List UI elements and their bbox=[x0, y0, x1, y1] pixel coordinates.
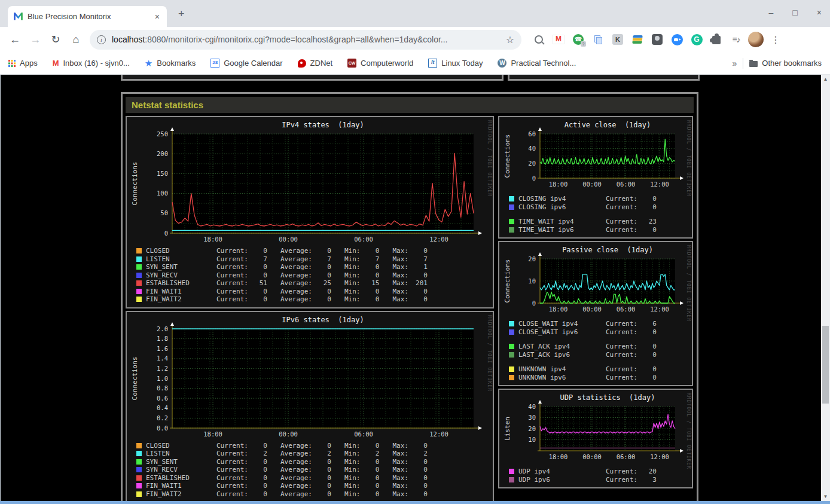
pocket-extension-icon[interactable] bbox=[648, 31, 666, 48]
new-tab-button[interactable]: + bbox=[178, 8, 185, 20]
books-extension-icon[interactable] bbox=[628, 31, 646, 48]
legend-stat-value: 0 bbox=[360, 474, 379, 482]
minimize-icon[interactable]: – bbox=[769, 4, 774, 22]
y-tick-label: 40 bbox=[528, 403, 536, 410]
legend-stat: Max:0 bbox=[392, 442, 428, 450]
page-info-icon[interactable]: i bbox=[97, 35, 106, 44]
legend-stat-key: Min: bbox=[344, 271, 361, 280]
forward-icon[interactable]: → bbox=[25, 33, 45, 46]
legend-row: SYN_SENTCurrent:0Average:0Min:0Max:0 bbox=[136, 458, 492, 466]
browser-menu-button[interactable]: ⋮ bbox=[767, 31, 785, 48]
legend-stat-value: 1 bbox=[408, 263, 428, 271]
phone-extension-icon[interactable]: ☎? bbox=[569, 31, 587, 48]
legend-stat-key: Current: bbox=[216, 279, 248, 288]
legend-label: UDP ipv4 bbox=[518, 468, 606, 476]
x-tick-label: 06:00 bbox=[617, 453, 636, 460]
profile-avatar[interactable] bbox=[747, 31, 765, 48]
x-tick-label: 18:00 bbox=[549, 181, 568, 188]
legend-label: TIME_WAIT ipv6 bbox=[518, 226, 606, 234]
legend-stat-value: 0 bbox=[248, 474, 267, 482]
legend-swatch bbox=[136, 256, 142, 262]
back-icon[interactable]: ← bbox=[5, 33, 25, 46]
grammarly-extension-icon[interactable]: G bbox=[688, 31, 706, 48]
copy-extension-icon[interactable] bbox=[589, 31, 607, 48]
bookmark-star-icon[interactable]: ☆ bbox=[506, 34, 514, 45]
gmail-extension-icon[interactable]: M bbox=[550, 31, 567, 48]
k-extension-icon[interactable]: K bbox=[609, 31, 627, 48]
bookmark-linux-today[interactable]: ltLinux Today bbox=[428, 59, 483, 68]
y-tick-label: 0.0 bbox=[157, 424, 168, 431]
legend-swatch bbox=[136, 467, 142, 472]
tab-close-icon[interactable]: × bbox=[154, 12, 161, 22]
legend-stat: Current:0 bbox=[216, 247, 267, 255]
legend-row: LISTENCurrent:7Average:7Min:7Max:7 bbox=[136, 255, 492, 264]
reload-icon[interactable]: ↻ bbox=[45, 33, 66, 46]
legend-row: ESTABLISHEDCurrent:51Average:25Min:15Max… bbox=[136, 279, 492, 288]
legend-row: LAST_ACK ipv6Current:0 bbox=[509, 351, 691, 359]
legend-stat-value: 2 bbox=[360, 450, 379, 458]
browser-tab[interactable]: Blue Precision Monitorix × bbox=[8, 6, 167, 27]
legend-stat-value: 0 bbox=[637, 374, 657, 382]
y-tick-label: 20 bbox=[528, 425, 536, 432]
legend-stat-value: 0 bbox=[408, 466, 428, 474]
legend-stat-key: Average: bbox=[280, 263, 312, 271]
scroll-up-icon[interactable]: ▲ bbox=[821, 75, 830, 84]
legend-stat-value: 0 bbox=[360, 458, 379, 466]
legend-row: FIN_WAIT1Current:0Average:0Min:0Max:0 bbox=[136, 288, 492, 296]
chart-panel-passive-close: RRDTOOL / TOBI OETIKER 0102018:0000:0006… bbox=[498, 241, 693, 386]
bookmark-google-calendar[interactable]: 28Google Calendar bbox=[210, 59, 282, 68]
x-tick-label: 00:00 bbox=[582, 306, 602, 313]
legend-stat-value: 0 bbox=[248, 263, 267, 271]
bookmarks-overflow-icon[interactable]: » bbox=[733, 59, 737, 68]
scroll-down-icon[interactable]: ▼ bbox=[821, 492, 830, 501]
bookmark-zdnet[interactable]: ZDNet bbox=[298, 59, 333, 68]
legend-stat: Current:0 bbox=[216, 295, 267, 304]
avatar bbox=[748, 32, 764, 47]
legend-row: UDP ipv4Current:20 bbox=[509, 468, 691, 476]
legend-stat-value: 0 bbox=[360, 247, 379, 255]
legend-label: LAST_ACK ipv4 bbox=[518, 343, 606, 351]
close-icon[interactable]: × bbox=[817, 4, 822, 22]
legend-label: FIN_WAIT2 bbox=[146, 490, 216, 499]
bookmark-bookmarks[interactable]: ★Bookmarks bbox=[145, 58, 196, 69]
scrollbar-thumb[interactable] bbox=[822, 326, 829, 404]
legend-swatch bbox=[509, 219, 514, 224]
legend-swatch bbox=[136, 451, 142, 456]
legend-stat: Current:0 bbox=[216, 490, 267, 499]
search-extension-icon[interactable] bbox=[530, 31, 548, 48]
legend-stat-key: Current: bbox=[606, 195, 637, 203]
legend-stat-key: Min: bbox=[344, 450, 361, 458]
legend-swatch bbox=[136, 289, 142, 294]
legend-stat-value: 0 bbox=[408, 474, 428, 482]
browser-window: Blue Precision Monitorix × + – □ × ← → ↻… bbox=[0, 0, 830, 504]
legend-stat-value: 0 bbox=[312, 458, 331, 466]
extensions-puzzle-icon[interactable] bbox=[707, 31, 725, 48]
zoom-extension-icon[interactable] bbox=[668, 31, 686, 48]
dark-badge-icon bbox=[652, 34, 663, 45]
other-bookmarks-button[interactable]: Other bookmarks bbox=[749, 59, 822, 68]
previous-section-edge-right bbox=[508, 75, 700, 81]
scrollbar[interactable]: ▲ ▼ bbox=[821, 75, 830, 501]
legend-stat-value: 0 bbox=[637, 226, 657, 234]
x-tick-label: 18:00 bbox=[203, 430, 222, 438]
legend-stat-value: 0 bbox=[248, 466, 267, 474]
legend-stat-key: Current: bbox=[216, 271, 248, 280]
chart-legend: CLOSE_WAIT ipv4Current:6CLOSE_WAIT ipv6C… bbox=[509, 320, 691, 381]
bookmark-practical-technology[interactable]: WPractical Technol... bbox=[498, 59, 576, 68]
apps-shortcut[interactable]: Apps bbox=[8, 59, 38, 68]
bookmark-computerworld[interactable]: CWComputerworld bbox=[347, 59, 413, 68]
legend-stat: Current:6 bbox=[606, 320, 657, 328]
legend-stat: Average:7 bbox=[280, 255, 331, 264]
legend-row: LISTENCurrent:2Average:2Min:2Max:2 bbox=[136, 450, 492, 458]
maximize-icon[interactable]: □ bbox=[792, 4, 797, 22]
legend-stat-key: Current: bbox=[606, 320, 637, 328]
x-tick-label: 00:00 bbox=[582, 453, 602, 460]
bookmark-inbox[interactable]: MInbox (16) - sjvn0... bbox=[53, 59, 130, 68]
x-tick-label: 12:00 bbox=[650, 453, 669, 460]
legend-stat: Min:0 bbox=[344, 466, 380, 474]
y-tick-label: 1.8 bbox=[157, 335, 168, 342]
playlist-extension-icon[interactable]: ≡♪ bbox=[727, 31, 745, 48]
home-icon[interactable]: ⌂ bbox=[66, 33, 86, 46]
address-bar[interactable]: i localhost:8080/monitorix-cgi/monitorix… bbox=[90, 30, 521, 50]
legend-label: SYN_SENT bbox=[146, 458, 216, 466]
